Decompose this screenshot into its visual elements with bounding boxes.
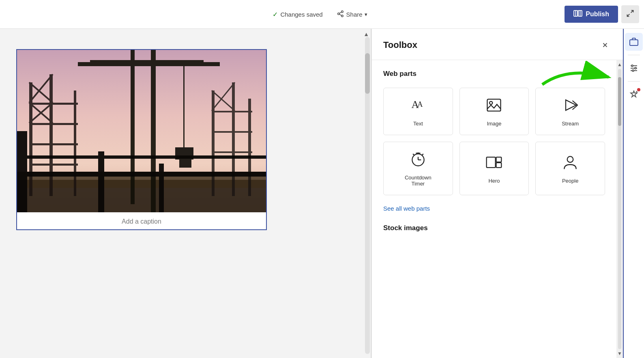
people-icon: [561, 153, 579, 174]
svg-rect-20: [29, 164, 78, 166]
sidebar-divider-1: [628, 55, 640, 55]
toolbox-scroll-thumb[interactable]: [618, 77, 621, 126]
svg-rect-62: [496, 157, 502, 162]
webpart-text-label: Text: [413, 121, 423, 127]
scrollbar-thumb[interactable]: [365, 53, 370, 94]
svg-line-60: [422, 154, 423, 155]
image-icon: [485, 96, 503, 116]
toolbox-title: Toolbox: [383, 40, 417, 50]
svg-rect-37: [212, 151, 252, 153]
svg-marker-51: [566, 100, 576, 110]
svg-rect-19: [29, 143, 78, 145]
publish-label: Publish: [586, 11, 609, 18]
svg-rect-41: [98, 151, 104, 212]
toolbox-header: Toolbox: [372, 29, 623, 60]
webpart-people[interactable]: People: [535, 142, 605, 195]
svg-rect-34: [248, 99, 251, 196]
share-icon: [337, 10, 344, 19]
svg-point-70: [631, 65, 633, 67]
toolbox-scroll-track: [618, 69, 621, 349]
svg-rect-32: [212, 91, 215, 196]
svg-rect-33: [232, 82, 235, 196]
svg-point-2: [341, 15, 343, 17]
sidebar-divider-2: [628, 81, 640, 82]
toolbox-close-button[interactable]: [599, 39, 612, 52]
svg-line-4: [339, 12, 341, 13]
share-button[interactable]: Share ▾: [333, 8, 371, 21]
webpart-image[interactable]: Image: [459, 88, 529, 135]
share-chevron-icon: ▾: [365, 11, 367, 17]
svg-rect-31: [179, 160, 191, 168]
stock-images-title: Stock images: [383, 224, 605, 232]
webparts-grid: A A Text: [383, 88, 605, 195]
svg-point-71: [635, 67, 636, 69]
main-area: ▲: [0, 29, 644, 358]
publish-button[interactable]: Publish: [565, 6, 618, 23]
sidebar-toolbox-icon[interactable]: [625, 33, 643, 51]
toolbox-scroll-down[interactable]: ▼: [617, 351, 622, 356]
scrollbar-track: [365, 37, 370, 354]
toolbox-panel: Toolbox Web parts A A: [371, 29, 623, 358]
publish-book-icon: [573, 10, 582, 19]
svg-point-72: [632, 70, 634, 71]
svg-point-50: [489, 101, 492, 104]
toolbox-scroll-up[interactable]: ▲: [617, 62, 622, 67]
svg-text:A: A: [417, 100, 423, 108]
svg-rect-18: [29, 123, 78, 125]
canvas-area: ▲: [0, 29, 371, 358]
toolbox-content: Web parts A A Text: [372, 60, 616, 358]
svg-line-3: [339, 14, 341, 15]
see-all-webparts-link[interactable]: See all web parts: [383, 205, 605, 212]
svg-rect-44: [17, 172, 266, 177]
svg-rect-15: [49, 74, 53, 196]
stream-icon: [561, 96, 579, 116]
svg-rect-61: [487, 157, 496, 168]
changes-saved-status: ✓ Changes saved: [273, 11, 322, 18]
webparts-section-title: Web parts: [383, 70, 605, 78]
svg-line-9: [631, 10, 633, 13]
toolbox-scrollbar: ▲ ▼: [616, 60, 623, 358]
svg-rect-26: [131, 50, 135, 204]
svg-rect-36: [212, 131, 252, 133]
webpart-countdown-label: CountdownTimer: [405, 175, 431, 187]
changes-saved-label: Changes saved: [280, 11, 322, 18]
scroll-up-arrow[interactable]: ▲: [363, 30, 369, 38]
sidebar-ai-icon[interactable]: [625, 86, 643, 104]
webpart-stream[interactable]: Stream: [535, 88, 605, 135]
svg-rect-29: [183, 66, 185, 147]
svg-rect-42: [159, 164, 164, 212]
right-sidebar: [623, 29, 644, 358]
countdown-icon: [409, 150, 427, 170]
toolbox-scroll-wrapper: Web parts A A Text: [372, 60, 623, 358]
collapse-button[interactable]: [621, 5, 639, 23]
check-icon: ✓: [273, 11, 278, 18]
svg-point-1: [338, 13, 340, 15]
image-block: Add a caption: [16, 49, 267, 230]
svg-rect-65: [630, 40, 638, 45]
hero-icon: [485, 153, 503, 174]
svg-rect-27: [78, 62, 220, 66]
webpart-countdown[interactable]: CountdownTimer: [383, 142, 453, 195]
webpart-people-label: People: [562, 178, 578, 184]
webpart-stream-label: Stream: [562, 121, 579, 127]
svg-rect-49: [487, 99, 501, 111]
svg-rect-28: [90, 60, 204, 63]
crane-svg: [17, 50, 266, 212]
webpart-hero[interactable]: Hero: [459, 142, 529, 195]
svg-rect-63: [496, 162, 502, 167]
caption-text[interactable]: Add a caption: [122, 212, 161, 229]
svg-line-10: [627, 14, 630, 16]
svg-rect-25: [151, 50, 156, 212]
svg-rect-43: [17, 155, 266, 159]
svg-line-59: [413, 154, 414, 155]
svg-rect-35: [212, 111, 252, 112]
sidebar-settings-icon[interactable]: [625, 59, 643, 77]
share-label: Share: [346, 11, 363, 18]
webpart-image-label: Image: [487, 121, 501, 127]
webpart-hero-label: Hero: [488, 178, 500, 184]
webpart-text[interactable]: A A Text: [383, 88, 453, 135]
topbar-right: Publish: [565, 5, 639, 23]
svg-rect-17: [29, 103, 78, 105]
text-icon: A A: [409, 96, 427, 116]
construction-image: [17, 50, 266, 212]
